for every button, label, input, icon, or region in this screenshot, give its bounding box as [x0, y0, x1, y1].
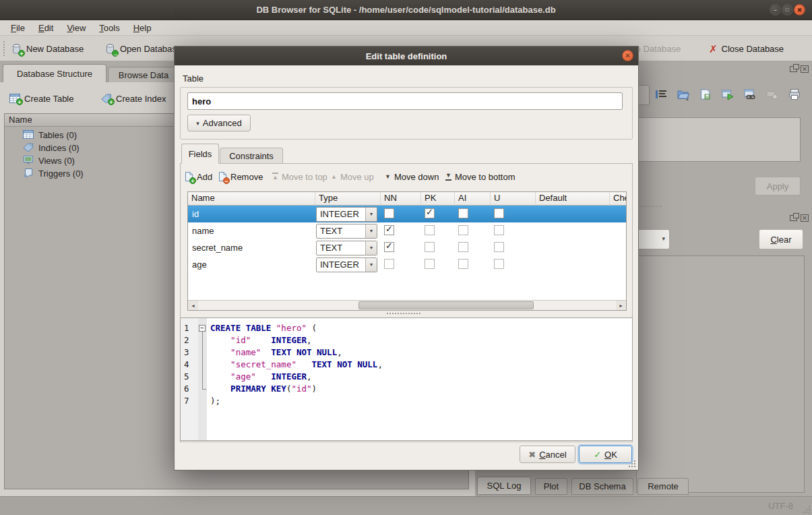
menu-view[interactable]: View	[60, 22, 92, 34]
column-header-ai[interactable]: AI	[455, 192, 491, 206]
tree-item-views[interactable]: Views (0)	[5, 154, 174, 167]
dock-close-icon[interactable]: ✕	[801, 214, 809, 222]
column-header-name[interactable]: Name	[188, 192, 315, 206]
cancel-button[interactable]: ✖ Cancel	[520, 446, 575, 463]
ok-button[interactable]: ✓ OK	[579, 446, 632, 463]
pk-checkbox[interactable]	[425, 259, 435, 269]
splitter-handle[interactable]	[387, 313, 420, 314]
column-header-u[interactable]: U	[491, 192, 536, 206]
ai-checkbox[interactable]	[458, 225, 468, 235]
field-row[interactable]: idINTEGER▾✓	[188, 206, 626, 222]
remove-field-button[interactable]: − Remove	[218, 169, 263, 184]
tree-item-triggers[interactable]: Triggers (0)	[5, 167, 174, 180]
field-row[interactable]: secret_nameTEXT▾✓	[188, 239, 626, 256]
menu-tools[interactable]: Tools	[92, 22, 126, 34]
tab-plot[interactable]: Plot	[535, 478, 567, 495]
add-field-icon: +	[185, 171, 193, 182]
pk-checkbox[interactable]	[425, 225, 435, 235]
export-save-icon[interactable]	[697, 86, 714, 102]
nn-checkbox[interactable]	[384, 208, 394, 218]
tab-db-schema[interactable]: DB Schema	[571, 478, 633, 495]
column-header-type[interactable]: Type	[315, 192, 381, 206]
move-to-bottom-button[interactable]: ▼ Move to bottom	[445, 169, 516, 184]
column-header-pk[interactable]: PK	[421, 192, 455, 206]
pk-checkbox[interactable]	[425, 242, 435, 252]
ai-checkbox[interactable]	[458, 259, 468, 269]
word-wrap-icon[interactable]	[653, 86, 669, 102]
fold-marker: −	[198, 322, 207, 334]
column-header-default[interactable]: Default	[536, 192, 610, 206]
close-database-button[interactable]: ✗ Close Database	[709, 40, 784, 57]
u-checkbox[interactable]	[494, 242, 504, 252]
field-name-cell[interactable]: id	[188, 209, 315, 219]
new-database-button[interactable]: + New Database	[11, 40, 84, 57]
tab-database-structure[interactable]: Database Structure	[3, 64, 106, 82]
tab-remote[interactable]: Remote	[637, 478, 689, 495]
add-field-button[interactable]: + Add	[185, 169, 212, 184]
menu-file[interactable]: File	[4, 22, 32, 34]
tab-constraints[interactable]: Constraints	[220, 148, 283, 164]
log-filter-combobox[interactable]: ▾	[633, 229, 670, 249]
menu-help[interactable]: Help	[127, 22, 158, 34]
nn-checkbox[interactable]	[384, 259, 394, 269]
dialog-close-icon[interactable]: ✕	[622, 50, 633, 61]
tree-item-indices[interactable]: Indices (0)	[5, 142, 174, 154]
sql-line-text: "secret_name" TEXT NOT NULL,	[207, 359, 383, 371]
create-index-button[interactable]: + Create Index	[101, 90, 166, 107]
tree-item-tables[interactable]: Tables (0)	[5, 129, 174, 142]
execute-icon[interactable]	[720, 86, 736, 102]
maximize-icon[interactable]: □	[782, 4, 793, 16]
close-icon[interactable]: ✖	[794, 4, 805, 16]
ai-checkbox[interactable]	[458, 242, 468, 252]
move-down-button[interactable]: ▼ Move down	[385, 169, 439, 184]
pk-checkbox[interactable]: ✓	[425, 208, 435, 218]
dock-close-icon[interactable]: ✕	[801, 65, 809, 73]
menu-edit[interactable]: Edit	[32, 22, 60, 34]
tab-database-structure-label: Database Structure	[17, 69, 92, 79]
nn-checkbox[interactable]: ✓	[384, 225, 394, 235]
import-open-icon[interactable]	[675, 86, 691, 102]
field-type-combobox[interactable]: INTEGER▾	[316, 207, 377, 222]
tab-sql-log[interactable]: SQL Log	[477, 477, 531, 495]
table-name-input[interactable]	[187, 92, 623, 110]
field-name-cell[interactable]: age	[188, 260, 315, 270]
fold-collapse-icon[interactable]: −	[199, 325, 206, 332]
tab-browse-data[interactable]: Browse Data	[108, 67, 179, 82]
open-database-button[interactable]: → Open Database	[104, 40, 181, 57]
chevron-down-icon: ▾	[196, 120, 199, 127]
tab-fields[interactable]: Fields	[181, 144, 219, 164]
field-name-cell[interactable]: secret_name	[188, 243, 315, 253]
scrollbar-thumb[interactable]	[358, 301, 534, 309]
scroll-left-icon[interactable]: ◂	[188, 301, 198, 310]
dock-float-icon[interactable]	[790, 215, 797, 221]
u-checkbox[interactable]	[494, 208, 504, 218]
horizontal-scrollbar[interactable]: ◂ ▸	[188, 300, 626, 310]
dialog-resize-grip[interactable]	[629, 460, 635, 467]
sql-line: 6 PRIMARY KEY("id")	[181, 383, 632, 395]
dock-float-icon[interactable]	[790, 66, 797, 72]
column-header-check[interactable]: Check	[610, 192, 626, 206]
window-resize-grip[interactable]	[803, 506, 810, 513]
field-row[interactable]: ageINTEGER▾	[188, 256, 626, 273]
u-checkbox[interactable]	[494, 225, 504, 235]
nn-checkbox[interactable]: ✓	[384, 242, 394, 252]
column-pk-cell	[421, 242, 455, 254]
column-header-nn[interactable]: NN	[381, 192, 421, 206]
print-icon[interactable]	[786, 86, 803, 102]
toolbar-drag-handle[interactable]	[3, 41, 6, 56]
field-type-combobox[interactable]: TEXT▾	[316, 224, 377, 239]
field-type-combobox[interactable]: TEXT▾	[316, 241, 377, 255]
link-icon[interactable]	[742, 86, 758, 102]
advanced-button[interactable]: ▾ Advanced	[187, 115, 251, 131]
u-checkbox[interactable]	[494, 259, 504, 269]
scroll-right-icon[interactable]: ▸	[616, 301, 626, 310]
ai-checkbox[interactable]	[458, 208, 468, 218]
field-row[interactable]: nameTEXT▾✓	[188, 222, 626, 239]
create-table-button[interactable]: + Create Table	[9, 90, 73, 107]
field-type-combobox[interactable]: INTEGER▾	[316, 258, 377, 272]
dock-separator-handle[interactable]	[637, 206, 662, 207]
clear-log-button[interactable]: Clear	[759, 229, 803, 249]
field-name-cell[interactable]: name	[188, 226, 315, 236]
minimize-icon[interactable]: −	[770, 4, 781, 16]
column-nn-cell	[381, 208, 421, 220]
